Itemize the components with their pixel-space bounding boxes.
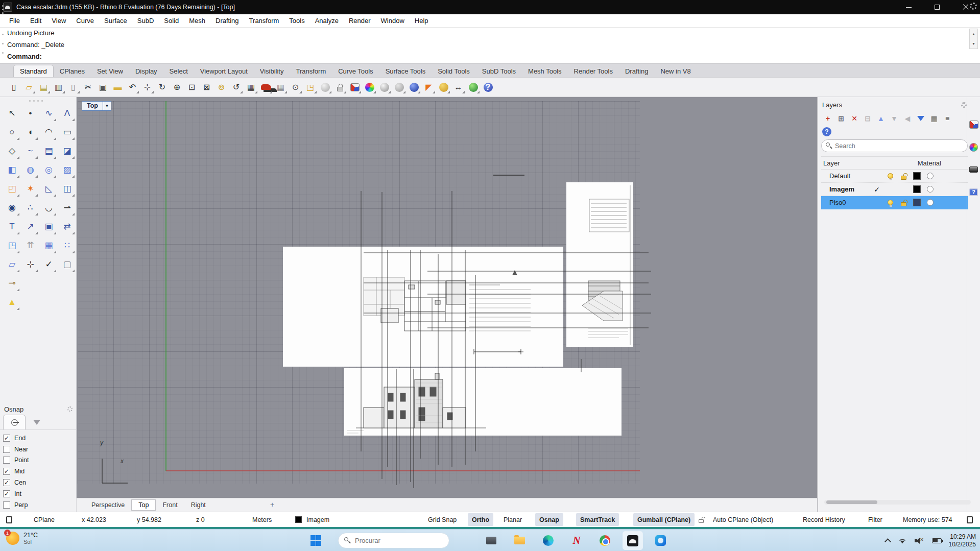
check-geometry-icon[interactable]: ✓	[40, 255, 58, 273]
orient-icon[interactable]: ⊹	[21, 255, 39, 273]
osnap-end[interactable]: ✓End	[3, 433, 77, 444]
status-units[interactable]: Meters	[252, 512, 272, 527]
layers-search-input[interactable]	[821, 139, 968, 152]
tray-chevron-icon[interactable]	[885, 538, 891, 545]
status-pane-icon[interactable]	[6, 512, 12, 527]
object-properties-icon[interactable]: ◳	[303, 80, 317, 94]
print-icon[interactable]: ▥	[52, 80, 65, 94]
new-viewport-tab-icon[interactable]: +	[270, 500, 274, 509]
viewport-title-label[interactable]: Top	[82, 101, 103, 111]
pyramid-icon[interactable]: ▲	[3, 293, 21, 311]
toolbar-tab-display[interactable]: Display	[129, 65, 163, 77]
named-cplane-icon[interactable]: ⊙	[289, 80, 302, 94]
status-gumball[interactable]: Gumball (CPlane)	[633, 513, 695, 526]
menu-item-subd[interactable]: SubD	[132, 17, 159, 25]
display-panel-icon[interactable]	[969, 164, 979, 175]
point-icon[interactable]: •	[21, 104, 39, 122]
select-icon[interactable]: ↖	[3, 104, 21, 122]
checkbox[interactable]: ✓	[3, 479, 10, 486]
cplane-grid-icon[interactable]: ▦	[274, 80, 288, 94]
duplicate-layer-icon[interactable]: ⊟	[861, 113, 874, 124]
curve-blend-icon[interactable]: ◡	[40, 199, 58, 217]
move-car-icon[interactable]	[259, 80, 273, 94]
open-file-icon[interactable]: ▱	[22, 80, 36, 94]
checkbox[interactable]	[3, 457, 10, 464]
scrollbar-thumb[interactable]	[826, 500, 877, 504]
layer-row-default[interactable]: Default	[821, 170, 968, 183]
status-ortho[interactable]: Ortho	[468, 513, 493, 526]
dimension-icon[interactable]: ↔	[451, 80, 465, 94]
box-icon[interactable]: ◧	[3, 161, 21, 179]
layer-lock-icon[interactable]	[901, 176, 906, 180]
notes-panel-icon[interactable]: ?	[969, 187, 979, 197]
layer-visible-icon[interactable]	[888, 200, 893, 205]
layer-table-icon[interactable]: ▦	[927, 113, 941, 124]
new-layer-icon[interactable]: +	[821, 113, 834, 124]
minimize-button[interactable]	[894, 0, 923, 14]
status-current-layer[interactable]: Imagem	[306, 512, 329, 527]
status-filter[interactable]: Filter	[868, 512, 882, 527]
render-preview-icon[interactable]	[466, 80, 480, 94]
surface-from-points-icon[interactable]: ▤	[40, 142, 58, 160]
menu-item-file[interactable]: File	[4, 17, 25, 25]
move-down-icon[interactable]: ▼	[888, 113, 901, 124]
circle-icon[interactable]: ○	[3, 123, 21, 141]
toolbar-tab-cplanes[interactable]: CPlanes	[54, 65, 91, 77]
menu-item-solid[interactable]: Solid	[159, 17, 184, 25]
layer-icon[interactable]	[348, 80, 362, 94]
layers-gear-icon[interactable]	[961, 102, 967, 108]
split-icon[interactable]: ◫	[58, 180, 76, 198]
save-icon[interactable]: ▤	[37, 80, 51, 94]
osnap-mid[interactable]: ✓Mid	[3, 466, 77, 477]
menu-item-curve[interactable]: Curve	[71, 17, 99, 25]
layer-material-icon[interactable]	[927, 186, 934, 193]
taskbar-app-desktop[interactable]	[481, 531, 501, 550]
toolbar-tab-select[interactable]: Select	[163, 65, 194, 77]
undo-view-icon[interactable]: ↺	[229, 80, 243, 94]
layer-color-swatch[interactable]	[913, 172, 921, 180]
status-osnap[interactable]: Osnap	[535, 513, 563, 526]
box-display-icon[interactable]: ▢	[58, 255, 76, 273]
color-wheel-icon[interactable]	[363, 80, 376, 94]
viewport-tab-right[interactable]: Right	[184, 500, 212, 510]
checkbox[interactable]: ✓	[3, 468, 10, 475]
taskbar-app-rhino[interactable]	[623, 531, 643, 550]
render-sphere-icon[interactable]	[407, 80, 421, 94]
layer-visible-icon[interactable]	[888, 173, 893, 179]
taskbar-app-explorer[interactable]	[509, 531, 530, 550]
toolbar-tab-surface-tools[interactable]: Surface Tools	[379, 65, 432, 77]
menu-item-mesh[interactable]: Mesh	[184, 17, 210, 25]
status-grid-snap[interactable]: Grid Snap	[428, 512, 457, 527]
rectangle-icon[interactable]: ▭	[58, 123, 76, 141]
viewport-layout-icon[interactable]: ▦	[244, 80, 258, 94]
toolbar-gear-icon[interactable]	[970, 3, 977, 10]
layer-color-swatch[interactable]	[913, 199, 921, 206]
osnap-int[interactable]: ✓Int	[3, 488, 77, 499]
menu-item-edit[interactable]: Edit	[25, 17, 46, 25]
hand-tool-icon[interactable]: ⊸	[3, 274, 21, 292]
taskbar-search[interactable]	[338, 533, 449, 548]
spotlight-icon[interactable]: ◤	[422, 80, 436, 94]
toolbar-tab-set-view[interactable]: Set View	[91, 65, 129, 77]
selection-filter-tab[interactable]	[26, 415, 48, 429]
menu-item-view[interactable]: View	[46, 17, 71, 25]
toolbar-tab-transform[interactable]: Transform	[290, 65, 332, 77]
pan-icon[interactable]: ⊹	[140, 80, 154, 94]
edit-page-icon[interactable]: ▯	[66, 80, 80, 94]
help-icon[interactable]: ?	[481, 80, 495, 94]
taskbar-search-input[interactable]	[338, 533, 449, 548]
notes-icon[interactable]: ▱	[3, 255, 21, 273]
text-icon[interactable]: T	[3, 218, 21, 235]
battery-icon[interactable]	[932, 538, 942, 543]
layer-material-icon[interactable]	[927, 173, 934, 179]
shaded-sphere-icon[interactable]	[377, 80, 391, 94]
menu-item-analyze[interactable]: Analyze	[310, 17, 344, 25]
taskbar-weather-widget[interactable]: 1 21°C Sol	[6, 532, 38, 545]
explode-icon[interactable]: ✶	[21, 180, 39, 198]
array-grid-icon[interactable]: ▦	[40, 236, 58, 254]
scroll-up-icon[interactable]: ▲	[970, 29, 977, 39]
viewport-title-dropdown-icon[interactable]: ▼	[103, 101, 111, 111]
menu-item-tools[interactable]: Tools	[284, 17, 309, 25]
status-smarttrack[interactable]: SmartTrack	[576, 513, 619, 526]
move-icon[interactable]: ↗	[21, 218, 39, 235]
